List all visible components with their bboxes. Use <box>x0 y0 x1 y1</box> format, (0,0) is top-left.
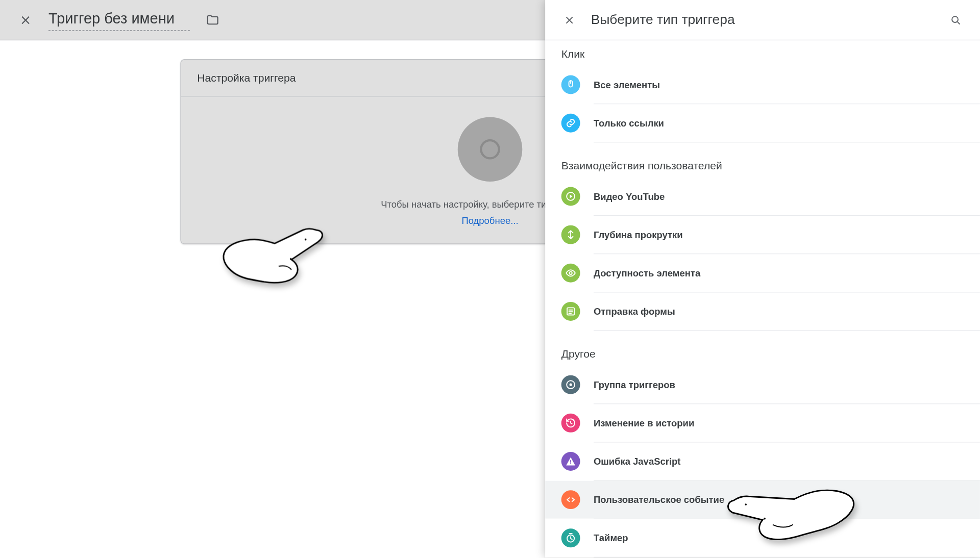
mouse-icon <box>561 75 580 94</box>
trigger-type-links-only[interactable]: Только ссылки <box>545 104 980 142</box>
trigger-type-scroll-depth[interactable]: Глубина прокрутки <box>545 216 980 253</box>
eye-icon <box>561 264 580 283</box>
history-icon <box>561 414 580 433</box>
trigger-type-js-error[interactable]: Ошибка JavaScript <box>545 443 980 480</box>
svg-point-1 <box>952 16 958 22</box>
trigger-placeholder-icon <box>458 117 523 182</box>
play-icon <box>561 187 580 206</box>
trigger-type-element-visibility[interactable]: Доступность элемента <box>545 254 980 292</box>
timer-icon <box>561 528 580 547</box>
trigger-type-label: Доступность элемента <box>594 268 964 278</box>
trigger-type-panel: Выберите тип триггера КликВсе элементыТо… <box>545 0 980 557</box>
trigger-type-trigger-group[interactable]: Группа триггеров <box>545 366 980 403</box>
group-icon <box>561 375 580 394</box>
hand-cursor-illustration-left <box>215 221 333 311</box>
svg-point-11 <box>290 258 292 260</box>
code-icon <box>561 490 580 509</box>
trigger-type-label: Все элементы <box>594 80 964 90</box>
trigger-type-label: Пользовательское событие <box>594 494 964 505</box>
trigger-type-label: Отправка формы <box>594 306 964 317</box>
trigger-type-label: Видео YouTube <box>594 191 964 202</box>
search-icon[interactable] <box>946 10 965 29</box>
trigger-type-label: Группа триггеров <box>594 379 964 390</box>
section-label: Взаимодействия пользователей <box>545 152 980 177</box>
close-icon[interactable] <box>16 10 35 29</box>
learn-more-link[interactable]: Подробнее... <box>461 215 518 226</box>
svg-point-10 <box>305 239 307 241</box>
form-icon <box>561 302 580 321</box>
panel-title: Выберите тип триггера <box>591 12 935 28</box>
section-label: Клик <box>545 40 980 66</box>
trigger-type-label: Ошибка JavaScript <box>594 456 964 467</box>
scroll-icon <box>561 225 580 244</box>
trigger-type-label: Только ссылки <box>594 118 964 129</box>
link-icon <box>561 114 580 133</box>
trigger-name-input[interactable] <box>48 9 190 31</box>
trigger-type-label: Таймер <box>594 532 964 543</box>
svg-point-0 <box>481 140 499 158</box>
trigger-type-all-elements[interactable]: Все элементы <box>545 66 980 104</box>
trigger-type-history-change[interactable]: Изменение в истории <box>545 404 980 442</box>
trigger-type-label: Изменение в истории <box>594 418 964 428</box>
folder-icon[interactable] <box>203 10 222 29</box>
svg-point-4 <box>570 272 572 274</box>
trigger-type-form-submit[interactable]: Отправка формы <box>545 293 980 331</box>
trigger-type-timer[interactable]: Таймер <box>545 519 980 557</box>
trigger-type-custom-event[interactable]: Пользовательское событие <box>545 481 980 519</box>
panel-header: Выберите тип триггера <box>545 0 980 40</box>
trigger-type-youtube-video[interactable]: Видео YouTube <box>545 177 980 215</box>
panel-close-icon[interactable] <box>560 10 579 29</box>
panel-scroll[interactable]: КликВсе элементыТолько ссылкиВзаимодейст… <box>545 40 980 557</box>
trigger-type-label: Глубина прокрутки <box>594 230 964 240</box>
section-label: Другое <box>545 340 980 366</box>
alert-icon <box>561 452 580 471</box>
